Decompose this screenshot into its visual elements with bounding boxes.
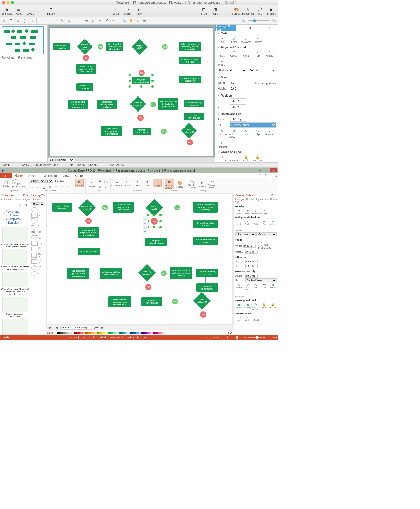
node-advertise[interactable]: Advertise vacancy internally and/or exte… <box>193 202 218 213</box>
toolbar-tree[interactable]: ⋔Tree <box>134 6 145 16</box>
sample-item[interactable]: Cross-Functional Flowchart - Order proce… <box>1 249 29 270</box>
font-color-icon[interactable]: A <box>48 184 53 189</box>
color-swatch-row[interactable] <box>57 332 164 334</box>
tab-arrange-size[interactable]: Arrange & Size <box>234 197 245 204</box>
align-left-button[interactable]: ⫠Left <box>235 220 243 225</box>
zoom-in-icon[interactable]: 🔍 <box>122 18 127 23</box>
subtab-shapes[interactable]: Shapes <box>30 198 41 202</box>
distribute-horizontal-select[interactable]: Horizontal <box>235 232 256 236</box>
node-training-req[interactable]: Training required? <box>138 264 156 281</box>
toolbar-layers[interactable]: ≣Layers <box>25 6 36 16</box>
shape-internal[interactable]: Int d... <box>30 258 46 265</box>
ribbon-minimize-icon[interactable]: ⌃ <box>258 173 263 178</box>
mini-tool-icon[interactable]: ▭ <box>143 230 147 233</box>
flip-horizontal-button[interactable]: ⇆Horizontal <box>235 292 243 297</box>
pin-select[interactable]: Center-Center <box>230 122 276 128</box>
tree-samples[interactable]: Samples <box>4 221 28 225</box>
angle-input[interactable] <box>245 274 258 278</box>
toolbar-smart[interactable]: ⌁Smart <box>110 6 121 16</box>
same-width-button[interactable]: ↔Width <box>244 316 251 321</box>
width-input[interactable] <box>230 80 246 85</box>
node-move-current[interactable]: Move current employee to the new positio… <box>76 64 96 74</box>
clone-button[interactable]: ⎘Clone <box>122 179 131 187</box>
toolbar-hypernote[interactable]: ✎Hypernote <box>242 6 254 16</box>
tab-add-icon[interactable]: ＋ <box>107 325 112 330</box>
lock-proportions-checkbox[interactable] <box>258 242 262 246</box>
paste-button[interactable]: 📋Paste <box>2 180 11 187</box>
mac-titlebar[interactable]: Flowchart - HR management process - Flow… <box>0 0 278 5</box>
minimize-icon[interactable] <box>7 1 10 4</box>
library-file-select[interactable]: Flowch... <box>31 202 44 206</box>
rotate-90ccw-button[interactable]: ↺90° CCW <box>244 283 251 291</box>
node-employ[interactable]: Employ staff? <box>132 39 148 55</box>
order-forward-button[interactable]: ↗Forward <box>253 36 262 43</box>
align-right-button[interactable]: ⫠Right <box>252 220 260 225</box>
view-menu[interactable]: View <box>60 173 72 178</box>
zoom-out-icon[interactable]: 🔍 <box>241 18 246 23</box>
node-training-req[interactable]: Training required? <box>130 96 146 112</box>
shape-predefined[interactable]: Pre d... <box>30 246 46 252</box>
magnify-tool-icon[interactable]: ⊕ <box>142 18 147 23</box>
section-order[interactable]: Order <box>235 205 277 208</box>
node-move-current[interactable]: Move current employee to the new positio… <box>78 227 99 238</box>
node-skills[interactable]: Skills achieved? <box>193 292 211 309</box>
tab-first-icon[interactable]: ⏮ <box>47 325 52 330</box>
tree-libraries[interactable]: Libraries <box>4 214 28 217</box>
toolbar-library[interactable]: ⊞Library <box>45 6 57 16</box>
line-tool-icon[interactable]: ／ <box>39 18 45 23</box>
select-button[interactable]: ↖Select <box>87 180 96 188</box>
toolbar-grid[interactable]: ▦Grid <box>210 6 221 16</box>
tree-refresh-icon[interactable]: ↻ <box>23 203 28 208</box>
node-review[interactable]: Review reward strategies and remuneratio… <box>101 126 122 136</box>
win-canvas[interactable]: New position required Recruit new person… <box>47 194 232 324</box>
delete-point-tool-icon[interactable]: ⊖ <box>91 18 96 23</box>
font-select[interactable]: Calibri <box>29 179 45 183</box>
shape-decision[interactable]: D... <box>30 218 46 223</box>
font-size-select[interactable]: 11 <box>45 179 53 183</box>
subtab-pages[interactable]: Pages <box>13 198 22 202</box>
node-consider[interactable]: Consider Job analysis Job description <box>113 202 134 213</box>
hand-tool-icon[interactable]: ✋ <box>129 18 134 23</box>
shape-yes[interactable]: YESYES <box>30 223 46 229</box>
y-input[interactable] <box>230 104 246 109</box>
flip-button[interactable]: ⇋Flip <box>253 129 262 139</box>
order-backward-button[interactable]: ↙Backward <box>252 209 260 214</box>
help-icon[interactable]: ? <box>263 173 268 178</box>
order-front-button[interactable]: ⬈Front <box>244 209 251 214</box>
chain-button[interactable]: ⇢Chain <box>132 179 141 187</box>
page-thumbnail[interactable] <box>2 26 44 54</box>
panel-close-icon[interactable]: ⊡✕ <box>41 194 45 197</box>
lock-button[interactable]: 🔒Lock <box>261 303 268 310</box>
tab-next-icon[interactable]: ▶ <box>100 325 105 330</box>
rotate-90ccw-button[interactable]: ↺90° CCW <box>229 129 239 139</box>
share-menu[interactable]: Share <box>72 173 86 178</box>
mini-tool-icon[interactable]: ▭ <box>143 221 147 225</box>
tab-prev-icon[interactable]: ◀ <box>54 325 59 330</box>
close-icon[interactable] <box>2 1 5 4</box>
order-forward-button[interactable]: ↗Forward <box>261 209 268 214</box>
align-center-icon[interactable]: ≡ <box>60 184 65 189</box>
status-icon[interactable]: ⊞ <box>235 335 240 340</box>
section-size[interactable]: Size <box>235 239 277 241</box>
zoom-in-big-icon[interactable]: 🔍 <box>272 18 277 23</box>
flip-horizontal-button[interactable]: ⇆Horizontal <box>218 141 227 148</box>
toolbar-present[interactable]: ▶Present <box>266 6 277 16</box>
lock-button[interactable]: 🔒Lock <box>241 155 251 162</box>
pan-tool-icon[interactable]: ⊹ <box>135 18 140 23</box>
order-back-button[interactable]: ⬉Back <box>235 209 243 214</box>
unlock-button[interactable]: 🔓UnLock <box>253 155 262 162</box>
width-input[interactable] <box>243 244 256 248</box>
zoom-slider[interactable] <box>248 20 270 21</box>
node-evaluate[interactable]: Evaluate training outcome <box>196 269 218 277</box>
maximize-icon[interactable]: ▢ <box>263 168 270 172</box>
pencil-tool-icon[interactable]: ✎ <box>60 18 65 23</box>
x-input[interactable] <box>245 260 258 263</box>
align-right-icon[interactable]: ≡ <box>66 184 71 189</box>
unlock-button[interactable]: 🔓UnLock <box>269 303 276 310</box>
pin-select[interactable]: Center-Center <box>245 278 277 282</box>
section-group[interactable]: Group and Lock <box>235 299 277 302</box>
arrange-panel-button[interactable]: ⊞Arrange & Size <box>165 179 174 189</box>
connector-tool-icon[interactable]: ↘ <box>66 18 71 23</box>
distribute-vertical-select[interactable]: Vertical <box>248 68 276 73</box>
x-input[interactable] <box>230 98 246 103</box>
